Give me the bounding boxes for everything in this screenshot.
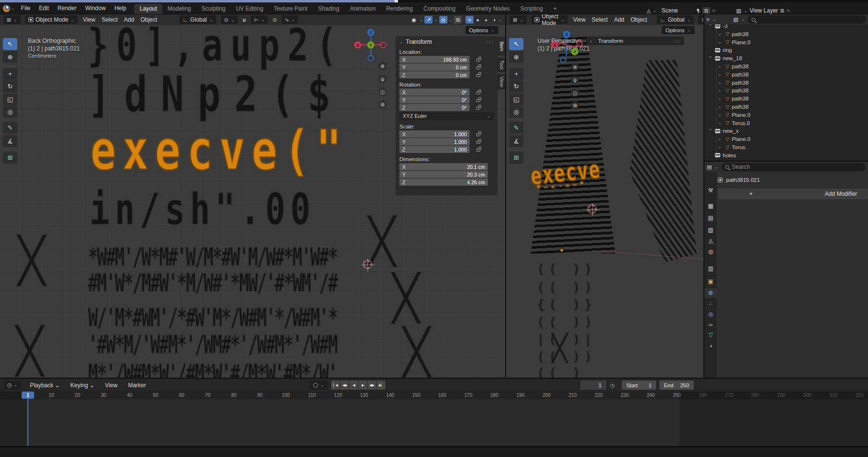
transform-tool[interactable]: ◎: [509, 106, 523, 118]
gizmo-x-axis[interactable]: X: [551, 41, 558, 49]
pan-widget[interactable]: ψ: [571, 76, 579, 84]
chevron-collapsed-icon[interactable]: ›: [719, 144, 723, 150]
rendered-shading-icon[interactable]: ◑: [490, 16, 498, 24]
properties-tab-material[interactable]: ◑: [704, 341, 717, 351]
chevron-expanded-icon[interactable]: ›: [708, 129, 714, 133]
sidebar-tab-tool[interactable]: Tool: [498, 58, 505, 72]
value-field-z[interactable]: Z0 cm: [399, 71, 470, 78]
properties-search-input[interactable]: Search: [721, 163, 866, 171]
move-tool[interactable]: +: [3, 68, 17, 80]
value-field-z[interactable]: Z4.26 cm: [399, 178, 488, 186]
chevron-collapsed-icon[interactable]: ›: [719, 63, 723, 69]
lock-open-icon[interactable]: [476, 107, 480, 110]
zoom-widget[interactable]: ⊕: [378, 62, 387, 70]
timeline-menu-keying[interactable]: Keying ⌄: [66, 382, 99, 389]
sidebar-tab-item[interactable]: Item: [498, 37, 505, 56]
view-layer-icon[interactable]: ▧: [736, 8, 741, 13]
chevron-collapsed-icon[interactable]: ›: [719, 112, 723, 118]
prev-keyframe-button[interactable]: ◀◆: [340, 381, 349, 390]
chevron-collapsed-icon[interactable]: ›: [719, 120, 723, 126]
properties-tab-render[interactable]: ▦: [704, 201, 717, 211]
properties-editor-icon[interactable]: ▤: [707, 165, 712, 170]
workspace-tab-layout[interactable]: Layout: [134, 4, 162, 14]
display-mode-icon[interactable]: ≡: [706, 17, 709, 22]
blender-logo-icon[interactable]: [3, 5, 10, 12]
value-field-y[interactable]: Y1.000: [399, 138, 470, 145]
zoom-widget[interactable]: ⊕: [571, 63, 579, 71]
outliner-search-input[interactable]: [748, 15, 866, 24]
annotate-tool[interactable]: ✎: [3, 122, 17, 134]
scene-name-field[interactable]: Scene: [658, 6, 694, 14]
panel-drag-dots-icon[interactable]: ∷∷: [673, 38, 680, 44]
gizmo-x-axis[interactable]: X: [354, 41, 361, 49]
chevron-collapsed-icon[interactable]: ›: [719, 104, 723, 110]
chevron-collapsed-icon[interactable]: ›: [719, 31, 723, 37]
lock-open-icon[interactable]: [476, 59, 480, 62]
pin-icon[interactable]: [696, 8, 701, 13]
next-keyframe-button[interactable]: ◆▶: [368, 381, 376, 390]
outliner-row-object[interactable]: ›▽Torus.: [719, 143, 747, 151]
add-cube-tool[interactable]: ⊞: [3, 152, 17, 164]
viewport-menu-object[interactable]: Object: [140, 16, 158, 23]
current-frame-badge[interactable]: 1: [22, 392, 34, 399]
xray-toggle-icon[interactable]: ⧉: [454, 16, 462, 24]
timeline-menu-view[interactable]: View: [101, 382, 122, 389]
value-field-y[interactable]: Y0°: [399, 96, 470, 103]
chevron-collapsed-icon[interactable]: ›: [719, 72, 723, 77]
workspace-tab-scripting[interactable]: Scripting: [515, 4, 548, 14]
chevron-collapsed-icon[interactable]: ›: [719, 136, 723, 142]
current-frame-field[interactable]: 1: [580, 381, 606, 390]
pivot-point-selector[interactable]: ⊙⌄: [221, 15, 238, 24]
properties-tab-physics[interactable]: ◎: [704, 309, 717, 319]
mode-selector[interactable]: Object Mode⌄: [25, 15, 78, 24]
outliner-row-object[interactable]: ›▽path38: [719, 63, 749, 70]
value-field-y[interactable]: Y0 cm: [399, 63, 470, 71]
workspace-tab-compositing[interactable]: Compositing: [418, 4, 461, 14]
editor-type-button[interactable]: ⊞⌄: [510, 15, 527, 24]
outliner-row-object[interactable]: ›▽Torus.0: [719, 119, 750, 127]
properties-tab-output[interactable]: ▤: [704, 213, 717, 223]
viewport-menu-select[interactable]: Select: [591, 16, 609, 23]
solid-shading-icon[interactable]: ●: [473, 16, 482, 24]
gizmo-z-axis[interactable]: Z: [367, 29, 374, 36]
gizmo-y-axis[interactable]: Y: [367, 41, 374, 49]
outliner-row-object[interactable]: ›▽path38: [719, 71, 749, 78]
new-view-layer-icon[interactable]: ⧉: [780, 8, 784, 13]
gizmo-y-axis[interactable]: Y: [571, 48, 578, 55]
workspace-tab-texture-paint[interactable]: Texture Paint: [268, 4, 313, 14]
scene-icon[interactable]: ◬: [647, 8, 651, 13]
workspace-tab-rendering[interactable]: Rendering: [381, 4, 418, 14]
new-scene-icon[interactable]: ⧉: [702, 7, 710, 14]
breadcrumb-object-name[interactable]: path3815.021: [726, 177, 760, 183]
workspace-tab-sculpting[interactable]: Sculpting: [196, 4, 230, 14]
jump-to-start-button[interactable]: ▏◀: [331, 381, 340, 390]
outliner-row-object[interactable]: ›▽Plane.0: [719, 111, 751, 119]
scale-tool[interactable]: ◱: [509, 93, 523, 105]
value-field-z[interactable]: Z0°: [399, 104, 470, 111]
properties-tab-collection[interactable]: ▥: [704, 264, 717, 273]
outliner-row-collection[interactable]: ›new_x: [708, 127, 739, 135]
topbar-menu-file[interactable]: File: [17, 5, 35, 12]
measure-tool[interactable]: ∡: [509, 135, 523, 147]
cursor-tool[interactable]: ⊕: [3, 51, 17, 63]
scale-tool[interactable]: ◱: [3, 93, 17, 105]
lock-open-icon[interactable]: [476, 133, 480, 136]
properties-tab-data[interactable]: ▽: [704, 330, 717, 340]
viewport-menu-select[interactable]: Select: [101, 16, 118, 23]
chevron-down-icon[interactable]: ⌄: [449, 18, 453, 22]
gizmo-toggle-icon[interactable]: ↗: [424, 16, 433, 24]
gizmo-z-axis[interactable]: Z: [563, 31, 570, 38]
outliner-row-object[interactable]: ›▽path38: [719, 79, 749, 87]
outliner-row-object[interactable]: ›▽path38: [719, 30, 749, 38]
chevron-down-icon[interactable]: ⌄: [743, 9, 747, 13]
delete-scene-icon[interactable]: ×: [712, 8, 715, 13]
editor-type-button[interactable]: ⊞⌄: [3, 15, 21, 24]
play-reverse-button[interactable]: ◀: [349, 381, 358, 390]
value-field-x[interactable]: X20.1 cm: [399, 163, 488, 170]
properties-tab-modifiers[interactable]: ⚙: [704, 288, 717, 298]
chevron-down-icon[interactable]: ⌄: [741, 17, 745, 22]
viewport-menu-view[interactable]: View: [82, 16, 96, 23]
chevron-collapsed-icon[interactable]: ›: [719, 88, 723, 93]
gizmo-z-neg-axis[interactable]: [560, 57, 566, 63]
properties-tab-world[interactable]: ◍: [704, 247, 717, 256]
